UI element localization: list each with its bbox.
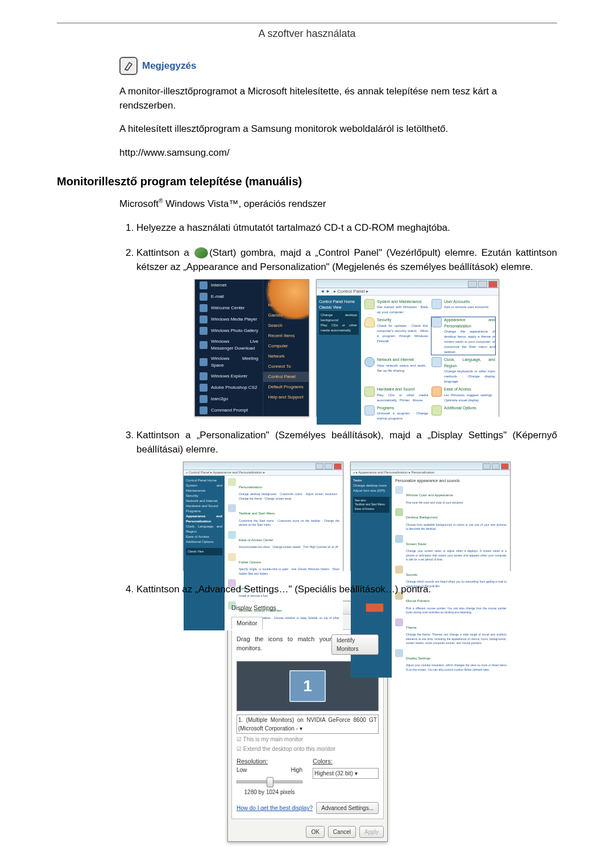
note-paragraph-2: A hitelesített illesztőprogram a Samsung… (119, 122, 546, 136)
section-title: Monitorillesztő program telepítése (manu… (57, 175, 557, 188)
step-2: Kattintson a (Start) gombra, majd a „Con… (136, 246, 557, 417)
note-url: http://www.samsung.com/ (119, 146, 546, 160)
note-label: Megjegyzés (142, 60, 196, 72)
os-line: Microsoft® Windows Vista™, operációs ren… (119, 198, 557, 210)
ok-button[interactable]: OK (306, 826, 324, 838)
step-1: Helyezze a használati útmutatót tartalma… (136, 221, 557, 235)
page-header: A szoftver használata (57, 28, 557, 40)
start-orb-icon (194, 247, 208, 259)
slider-high: High (291, 766, 302, 774)
extend-desktop-checkbox: ☑ Extend the desktop onto this monitor (237, 745, 379, 753)
tab-monitor[interactable]: Monitor (231, 617, 263, 629)
step-2a: Kattintson a (136, 247, 193, 258)
screenshot-personalization: « ▸ Appearance and Personalization ▸ Per… (350, 462, 511, 571)
os-prefix: Microsoft (119, 198, 159, 209)
colors-select[interactable]: Highest (32 bit) ▾ (313, 768, 379, 779)
slider-low: Low (237, 766, 247, 774)
screenshot-appearance: « Control Panel ▸ Appearance and Persona… (183, 462, 343, 571)
resolution-value: 1280 by 1024 pixels (237, 788, 302, 796)
note-icon (119, 57, 138, 75)
screenshot-control-panel: ◄ ►▸ Control Panel ▸ Control Panel Home … (316, 279, 499, 417)
identify-monitors-button[interactable]: Identify Monitors (331, 634, 379, 655)
screenshot-start-menu: Internet E-mail Welcome Center Windows M… (194, 279, 309, 417)
dialog-title: Display Settings (231, 603, 276, 613)
monitor-select[interactable]: 1. (Multiple Monitors) on NVIDIA GeForce… (237, 715, 379, 734)
close-icon[interactable] (366, 603, 384, 612)
monitor-1-icon[interactable]: 1 (289, 670, 326, 702)
help-link[interactable]: How do I get the best display? (237, 804, 313, 812)
note-paragraph-1: A monitor-illesztőprogramot a Microsoft … (119, 85, 546, 113)
advanced-settings-button[interactable]: Advanced Settings... (316, 802, 379, 814)
resolution-label: Resolution: (237, 758, 268, 765)
apply-button: Apply (359, 826, 384, 838)
colors-label: Colors: (313, 758, 333, 765)
cancel-button[interactable]: Cancel (328, 826, 356, 838)
screenshot-display-settings: Display Settings Monitor Drag the icons … (227, 601, 388, 842)
resolution-slider[interactable] (237, 775, 302, 787)
drag-hint: Drag the icons to match your monitors. (237, 634, 331, 653)
step-3: Kattintson a „Personalization" (Személye… (136, 428, 557, 571)
os-rest: Windows Vista™, operációs rendszer (163, 198, 326, 209)
main-monitor-checkbox: ☑ This is my main monitor (237, 735, 379, 744)
